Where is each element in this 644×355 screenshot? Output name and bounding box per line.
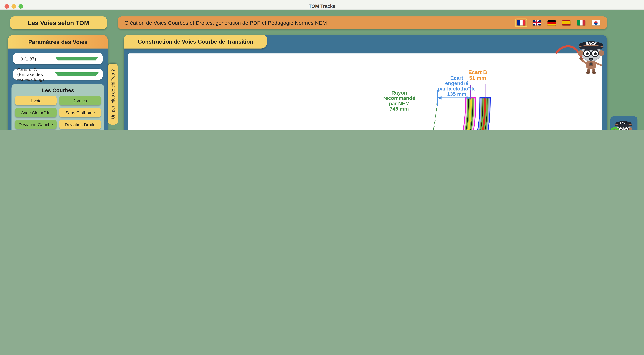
screen: TOM Tracks Les Voies selon TOM Création … (0, 0, 644, 130)
curves-sans-clothoide-button[interactable]: Sans Clothoïde (59, 108, 101, 117)
tab-more-numbers[interactable]: Un peu plus de chiffres ? (108, 64, 118, 124)
chevron-down-icon (55, 57, 98, 61)
curves-deviation-droite-button[interactable]: Déviation Droite (59, 120, 101, 129)
curves-title: Les Courbes (15, 87, 101, 93)
svg-text:743 mm: 743 mm (390, 106, 409, 112)
params-title: Paramètres des Voies (8, 35, 108, 49)
scale-select[interactable]: H0 (1:87) (13, 53, 102, 64)
curves-card: Les Courbes 1 voie 2 voies Avec Clothoïd… (12, 84, 104, 130)
svg-text:Ecart: Ecart (450, 75, 463, 81)
svg-text:par NEM: par NEM (389, 101, 410, 106)
flag-spain-icon[interactable] (561, 19, 572, 26)
flag-germany-icon[interactable] (546, 19, 557, 26)
curves-2voies-button[interactable]: 2 voies (59, 96, 101, 105)
params-panel: Paramètres des Voies H0 (1:87) Groupe C … (8, 35, 108, 130)
group-select[interactable]: Groupe C (Entraxe des essieux long) (13, 69, 102, 80)
window-titlebar: TOM Tracks (0, 0, 644, 10)
app-title: Les Voies selon TOM (10, 17, 107, 29)
flag-south-korea-icon[interactable] (591, 19, 601, 26)
language-switcher (515, 17, 601, 29)
track-b (259, 98, 485, 130)
top-banner: Création de Voies Courbes et Droites, gé… (118, 17, 607, 29)
robot-mascot-top-icon (574, 36, 608, 74)
svg-text:Ecart B: Ecart B (468, 69, 487, 75)
curves-1voie-button[interactable]: 1 voie (15, 96, 57, 105)
flag-italy-icon[interactable] (576, 19, 586, 26)
svg-text:par la clothoïde: par la clothoïde (438, 86, 476, 92)
curves-deviation-gauche-button[interactable]: Déviation Gauche (15, 120, 57, 129)
track-a (259, 98, 471, 130)
group-select-value: Groupe C (Entraxe des essieux long) (17, 67, 55, 82)
flag-france-icon[interactable] (515, 19, 527, 27)
drawing-title: Construction de Voies Courbe de Transiti… (124, 35, 267, 49)
recommended-radius-label: Rayon recommandé par NEM 743 mm (383, 90, 415, 112)
svg-text:engendré: engendré (445, 80, 468, 86)
scale-select-value: H0 (1:87) (17, 56, 55, 61)
svg-text:Rayon: Rayon (391, 90, 407, 96)
curves-avec-clothoide-button[interactable]: Avec Clothoïde (15, 108, 57, 117)
svg-text:51 mm: 51 mm (469, 75, 486, 81)
ecart-b-label: Ecart B 51 mm (468, 69, 487, 81)
flag-united-kingdom-icon[interactable] (532, 19, 542, 26)
window-title: TOM Tracks (0, 4, 644, 9)
chevron-down-icon (55, 72, 98, 76)
banner-text: Création de Voies Courbes et Droites, gé… (124, 20, 327, 26)
svg-text:135 mm: 135 mm (447, 91, 466, 97)
track-diagram: Rayon de l'Arc Minimum = 495 mm Zone Imp… (128, 53, 602, 130)
svg-text:recommandé: recommandé (383, 95, 415, 101)
